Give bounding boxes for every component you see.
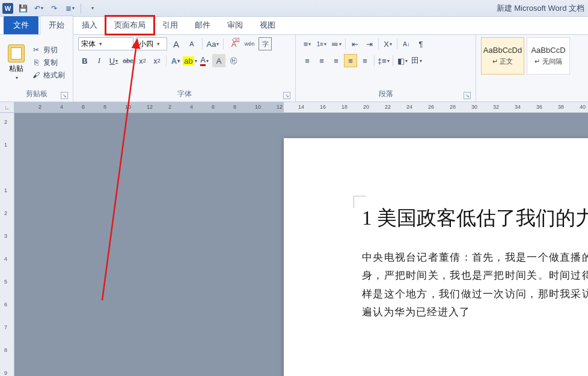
separator [166, 55, 167, 66]
separator [345, 38, 346, 49]
horizontal-ruler[interactable]: 2468101224681012141618202224262830323436… [14, 102, 588, 113]
document-canvas[interactable]: 1 美国政客低估了我们的力量 中央电视台记者董倩：首先，我是一个做直播的记者，您… [14, 113, 588, 376]
word-app-icon: W [2, 3, 13, 14]
font-size-combo[interactable]: 小四▾ [136, 37, 167, 50]
copy-label: 复制 [43, 58, 58, 68]
copy-icon: ⎘ [31, 58, 41, 67]
decrease-indent-button[interactable]: ⇤ [348, 37, 361, 50]
tab-page-layout[interactable]: 页面布局 [106, 16, 154, 34]
chevron-down-icon: ▾ [91, 5, 94, 11]
list-style-button[interactable]: ≣▾ [64, 2, 76, 14]
scissors-icon: ✂ [31, 46, 41, 54]
paste-label: 粘贴 [9, 64, 23, 74]
show-marks-button[interactable]: ¶ [414, 37, 427, 50]
qat-customize-button[interactable]: ▾ [86, 2, 98, 14]
chevron-down-icon: ▾ [72, 5, 75, 11]
tab-file[interactable]: 文件 [4, 16, 38, 34]
character-shading-button[interactable]: A [212, 54, 225, 67]
style-normal[interactable]: AaBbCcDd ↵ 正文 [481, 37, 524, 74]
group-label-paragraph: 段落↘ [301, 88, 471, 100]
style-preview: AaBbCcD [531, 46, 565, 55]
ribbon: 粘贴 ▾ ✂剪切 ⎘复制 🖌格式刷 剪贴板↘ 宋体▾ 小四▾ A A Aa▾ A… [0, 35, 588, 102]
grow-font-button[interactable]: A [170, 37, 183, 50]
title-bar: W 💾 ↶▾ ↷ ≣▾ ▾ 新建 Microsoft Word 文档 [0, 0, 588, 17]
increase-indent-button[interactable]: ⇥ [363, 37, 376, 50]
shrink-font-button[interactable]: A [185, 37, 198, 50]
text-effects-button[interactable]: A▾ [169, 54, 182, 67]
tab-review[interactable]: 审阅 [219, 16, 251, 34]
tab-view[interactable]: 视图 [251, 16, 284, 34]
vertical-ruler[interactable]: 21123456789 [0, 113, 14, 376]
group-styles: AaBbCcDd ↵ 正文 AaBbCcD ↵ 无间隔 [476, 35, 588, 102]
font-color-button[interactable]: A▾ [198, 54, 211, 67]
change-case-button[interactable]: Aa▾ [206, 37, 219, 50]
paste-icon [8, 44, 25, 62]
italic-button[interactable]: I [93, 54, 106, 67]
tab-home[interactable]: 开始 [40, 16, 73, 35]
brush-icon: 🖌 [31, 71, 41, 79]
numbering-button[interactable]: 1≡▾ [315, 37, 328, 50]
separator [397, 38, 397, 49]
strikethrough-button[interactable]: abc [121, 54, 135, 67]
align-justify-button[interactable]: ≡ [344, 54, 357, 67]
bold-button[interactable]: B [78, 54, 91, 67]
align-right-button[interactable]: ≡ [329, 54, 343, 67]
font-name-combo[interactable]: 宋体▾ [78, 37, 133, 50]
undo-button[interactable]: ↶▾ [32, 2, 44, 14]
copy-button[interactable]: ⎘复制 [31, 58, 65, 68]
format-painter-button[interactable]: 🖌格式刷 [31, 70, 65, 80]
underline-button[interactable]: U▾ [107, 54, 120, 67]
document-title: 新建 Microsoft Word 文档 [497, 3, 586, 14]
asian-layout-button[interactable]: X▾ [381, 37, 394, 50]
align-distribute-button[interactable]: ≡ [358, 54, 372, 67]
margin-corner-mark [354, 196, 366, 208]
borders-button[interactable]: 田▾ [410, 54, 423, 67]
page[interactable]: 1 美国政客低估了我们的力量 中央电视台记者董倩：首先，我是一个做直播的记者，您… [284, 138, 588, 376]
shading-button[interactable]: ◧▾ [396, 54, 409, 67]
character-border-button[interactable]: 字 [259, 37, 272, 50]
paste-button[interactable]: 粘贴 ▾ [5, 37, 28, 88]
style-preview: AaBbCcDd [483, 46, 522, 55]
separator [393, 55, 393, 66]
style-name: ↵ 无间隔 [534, 57, 562, 66]
dialog-launcher-paragraph[interactable]: ↘ [464, 92, 471, 99]
separator [81, 4, 81, 13]
tab-references[interactable]: 引用 [154, 16, 186, 34]
list-icon: ≣ [66, 4, 72, 13]
style-no-spacing[interactable]: AaBbCcD ↵ 无间隔 [527, 37, 570, 74]
subscript-button[interactable]: x2 [136, 54, 149, 67]
enclosed-characters-button[interactable]: ㊓ [227, 54, 240, 67]
document-heading: 1 美国政客低估了我们的力量 [362, 204, 588, 233]
tab-insert[interactable]: 插入 [73, 16, 106, 34]
phonetic-guide-button[interactable]: wén [243, 37, 256, 50]
sort-button[interactable]: A↓ [400, 37, 413, 50]
separator [374, 55, 375, 66]
font-size-value: 小四 [139, 39, 153, 49]
separator [202, 38, 203, 49]
undo-icon: ↶ [34, 4, 40, 13]
group-label-clipboard: 剪贴板↘ [5, 88, 68, 100]
ruler-corner[interactable]: ∟ [0, 102, 14, 113]
bullets-button[interactable]: ≡▾ [301, 37, 314, 50]
tab-mailings[interactable]: 邮件 [186, 16, 219, 34]
clear-formatting-button[interactable]: A⌫ [227, 37, 240, 50]
superscript-button[interactable]: x2 [150, 54, 164, 67]
line-spacing-button[interactable]: ‡≡▾ [377, 54, 390, 67]
style-name: ↵ 正文 [492, 57, 513, 66]
group-clipboard: 粘贴 ▾ ✂剪切 ⎘复制 🖌格式刷 剪贴板↘ [0, 35, 73, 102]
chevron-down-icon: ▾ [99, 41, 102, 47]
multilevel-list-button[interactable]: ⩸▾ [329, 37, 343, 50]
separator [378, 38, 379, 49]
align-left-button[interactable]: ≡ [301, 54, 314, 67]
dialog-launcher-clipboard[interactable]: ↘ [61, 92, 68, 99]
group-paragraph: ≡▾ 1≡▾ ⩸▾ ⇤ ⇥ X▾ A↓ ¶ ≡ ≡ ≡ ≡ ≡ ‡≡▾ [296, 35, 476, 102]
save-button[interactable]: 💾 [17, 2, 29, 14]
dialog-launcher-font[interactable]: ↘ [283, 92, 290, 99]
chevron-down-icon: ▾ [41, 5, 43, 11]
redo-button[interactable]: ↷ [48, 2, 60, 14]
chevron-down-icon: ▾ [157, 41, 160, 47]
highlight-button[interactable]: ab▾ [183, 54, 197, 67]
cut-button[interactable]: ✂剪切 [31, 45, 65, 55]
align-center-button[interactable]: ≡ [315, 54, 328, 67]
chevron-down-icon: ▾ [16, 75, 18, 80]
